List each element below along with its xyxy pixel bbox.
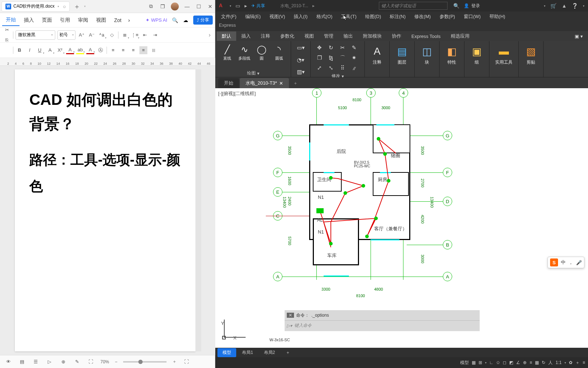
ime-mic-icon[interactable]: 🎤 — [576, 260, 582, 265]
command-line[interactable]: ✕ 命令： ._options ▷▾ 键入命令 — [285, 310, 480, 331]
sb-annoscale-icon[interactable]: 人 — [548, 360, 553, 366]
columns-icon[interactable]: ⫼ — [150, 46, 157, 54]
font-color-icon[interactable]: A — [66, 46, 74, 54]
rtab-featured[interactable]: 精选应用 — [446, 31, 475, 41]
ellipse-icon[interactable]: ◔▾ — [297, 56, 305, 64]
rtab-param[interactable]: 参数化 — [275, 31, 299, 41]
cmd-chevron-icon[interactable]: ▷▾ — [287, 323, 292, 328]
sb-transp-icon[interactable]: ▦ — [535, 360, 539, 365]
viewport-label[interactable]: [-][俯视][二维线框] — [218, 90, 256, 97]
ime-lang[interactable]: 中 — [561, 259, 566, 266]
sb-otrack-icon[interactable]: ∠ — [516, 360, 520, 365]
fullscreen-icon[interactable]: ⛶ — [182, 358, 190, 366]
menu-edit[interactable]: 编辑(E) — [242, 12, 264, 21]
panel-layer[interactable]: ▤图层 — [393, 43, 411, 67]
tool-circle[interactable]: ◯圆 — [254, 43, 270, 61]
rtab-default[interactable]: 默认 — [217, 31, 236, 41]
ime-bar[interactable]: S 中 ， 🎤 — [548, 257, 584, 268]
panel-clip[interactable]: ▧剪贴 — [522, 43, 540, 67]
maximize-icon[interactable]: ☐ — [195, 3, 202, 10]
help-caret-icon[interactable]: ▾ — [583, 4, 584, 8]
sb-cycle-icon[interactable]: ↻ — [542, 360, 545, 365]
cad-share-button[interactable]: ✈ 共享 — [251, 3, 265, 9]
menu-param[interactable]: 参数(P) — [436, 12, 459, 21]
share-button[interactable]: ⤴ 分享 — [193, 16, 213, 25]
rtab-collab[interactable]: 协作 — [387, 31, 406, 41]
menu-insert[interactable]: 插入(I) — [290, 12, 311, 21]
dwg-tab-start[interactable]: 开始 — [218, 78, 239, 88]
tab-dropdown-icon[interactable]: ▾ — [84, 5, 86, 8]
close-dwg-icon[interactable]: ✕ — [279, 81, 283, 86]
cube-icon[interactable]: ❒ — [159, 3, 166, 10]
sb-menu-icon[interactable]: ≡ — [583, 360, 585, 365]
qat-more-icon[interactable]: ▸ — [245, 3, 247, 9]
user-avatar[interactable] — [171, 3, 179, 10]
tab-layout2[interactable]: 布局2 — [259, 348, 280, 357]
close-tab-icon[interactable]: ○ — [63, 4, 66, 9]
zoom-slider[interactable] — [123, 361, 167, 363]
panel-draw-label[interactable]: 绘图 ▾ — [247, 70, 259, 76]
strike-icon[interactable]: A̵ — [46, 46, 54, 54]
rtab-annotate[interactable]: 注释 — [256, 31, 275, 41]
fit-icon[interactable]: ⛶ — [87, 358, 95, 366]
fillet-icon[interactable]: ⌒ — [338, 54, 347, 62]
font-color2-icon[interactable]: A — [86, 46, 94, 54]
zoom-in-icon[interactable]: ＋ — [172, 359, 177, 365]
sb-3dosnap-icon[interactable]: ◩ — [509, 360, 513, 365]
align-justify-icon[interactable]: ≡ — [139, 46, 147, 54]
align-right-icon[interactable]: ≡ — [129, 46, 137, 54]
format-a-icon[interactable]: Ⓐ — [96, 46, 104, 54]
menu-format[interactable]: 格式(O) — [313, 12, 336, 21]
outdent-icon[interactable]: ⇤ — [141, 31, 149, 39]
ribbon-overflow-icon[interactable]: ▣ ▾ — [571, 34, 587, 39]
ime-punc[interactable]: ， — [568, 259, 573, 266]
tool-arc[interactable]: ◝圆弧 — [271, 43, 287, 61]
clear-format-icon[interactable]: ◇ — [108, 31, 116, 39]
erase-icon[interactable]: ✎ — [350, 43, 359, 52]
eye-icon[interactable]: 👁 — [4, 358, 12, 366]
document-page[interactable]: CAD 如何调出白色的背景？ 路径：工具-选项-显示-颜色 — [15, 69, 195, 351]
align-center-icon[interactable]: ≡ — [119, 46, 127, 54]
panel-annotate[interactable]: A注释 — [368, 43, 386, 67]
apps-icon[interactable]: ▲ — [562, 3, 567, 9]
italic-icon[interactable]: I — [26, 46, 34, 54]
sb-polar-icon[interactable]: ✩ — [496, 360, 500, 365]
menu-modify[interactable]: 修改(M) — [411, 12, 434, 21]
sb-snap-icon[interactable]: ⊞ — [479, 360, 482, 365]
scale-icon[interactable]: ⤡ — [327, 64, 336, 72]
web-icon[interactable]: ⊕ — [59, 358, 67, 366]
font-grow-icon[interactable]: A⁺ — [78, 31, 86, 39]
tool-polyline[interactable]: ∿多段线 — [237, 43, 252, 61]
rtab-insert[interactable]: 插入 — [236, 31, 256, 41]
scrollbar[interactable] — [195, 69, 201, 351]
search-go-icon[interactable]: 🔍 — [453, 3, 459, 9]
mirror-icon[interactable]: ⧎ — [327, 54, 336, 62]
edit-icon[interactable]: ✎ — [73, 358, 81, 366]
copy-icon[interactable]: ⎘ — [3, 36, 11, 44]
cad-drawing-area[interactable]: [-][俯视][二维线框] 1 3 4 8100 5100 3000 G F E… — [215, 88, 588, 348]
array-icon[interactable]: ⠿ — [338, 64, 347, 72]
rectangle-icon[interactable]: ▭▾ — [297, 43, 305, 52]
offset-icon[interactable]: ⫽ — [350, 64, 359, 72]
dwg-tab-current[interactable]: 水电_2010-T3*✕ — [240, 78, 289, 88]
ribbon-start[interactable]: 开始 — [2, 14, 20, 26]
menu-help[interactable]: 帮助(H) — [486, 12, 509, 21]
rtab-express[interactable]: Express Tools — [406, 32, 446, 40]
stretch-icon[interactable]: ⤢ — [315, 64, 324, 72]
sb-ratio[interactable]: 1:1 — [555, 360, 562, 365]
move-icon[interactable]: ✥ — [315, 43, 324, 52]
menu-file[interactable]: 文件(F) — [217, 12, 240, 21]
align-left-icon[interactable]: ≡ — [109, 46, 117, 54]
panel-props[interactable]: ◧特性 — [442, 43, 461, 67]
menu-tools[interactable]: 工具(T) — [337, 12, 360, 21]
app-menu-caret-icon[interactable]: ▾ — [230, 4, 231, 8]
tab-plus-icon[interactable]: ＋ — [281, 348, 295, 357]
rtab-output[interactable]: 输出 — [338, 31, 358, 41]
rtab-manage[interactable]: 管理 — [319, 31, 338, 41]
menu-window[interactable]: 窗口(W) — [460, 12, 484, 21]
wps-ai-button[interactable]: ✦ WPS AI — [146, 17, 167, 23]
title-more-icon[interactable]: ▸ — [312, 3, 315, 8]
cad-search-input[interactable]: 键入关键字或短语 — [379, 2, 448, 10]
toolbar-more-icon[interactable]: › — [209, 32, 211, 38]
sb-gear-icon[interactable]: ✿ — [569, 360, 572, 365]
